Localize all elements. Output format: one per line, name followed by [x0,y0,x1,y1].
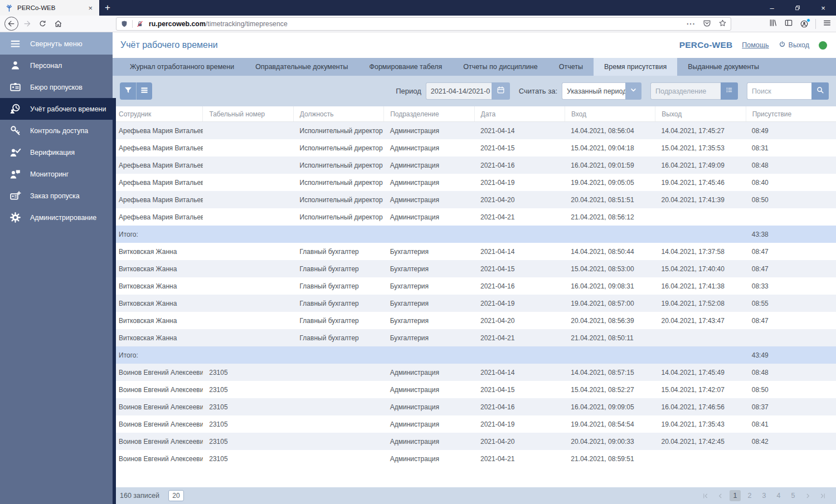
column-header-department[interactable]: Подразделение [384,106,474,121]
cell-employee: Витковская Жанна [113,295,203,312]
total-row[interactable]: Итого:43:49 [113,346,836,364]
column-header-employee[interactable]: Сотрудник [113,106,203,121]
cell-department: Администрация [384,364,474,381]
department-input[interactable] [650,82,721,100]
page-first-icon[interactable] [699,490,711,501]
page-last-icon[interactable] [817,490,829,501]
minimize-icon[interactable]: – [759,0,785,16]
url-text[interactable]: ru.percoweb.com/timetracking/timepresenc… [149,20,288,28]
columns-button[interactable] [136,82,152,100]
table-row[interactable]: Воинов Евгений Алексеевич23105Администра… [113,433,836,450]
column-header-presence[interactable]: Присутствие [746,106,836,121]
pocket-icon[interactable] [703,19,711,29]
table-row[interactable]: Арефьева Мария ВитальевнаИсполнительный … [113,191,836,208]
sidebar-menu: ПерсоналБюро пропусковУчёт рабочего врем… [0,55,113,228]
table-row[interactable]: Воинов Евгений Алексеевич23105Администра… [113,364,836,381]
page-next-icon[interactable] [802,490,814,501]
forward-icon[interactable] [20,17,34,31]
column-header-number[interactable]: Табельный номер [203,106,293,121]
logout-button[interactable]: Выход [779,41,809,50]
table-row[interactable]: Воинов Евгений Алексеевич23105Администра… [113,398,836,415]
sidebar-item[interactable]: Бюро пропусков [0,76,113,98]
home-icon[interactable] [51,17,65,31]
sidebar-item[interactable]: Верификация [0,141,113,163]
url-bar[interactable]: ru.percoweb.com/timetracking/timepresenc… [116,17,731,31]
page-button-5[interactable]: 5 [788,490,799,501]
page-button-4[interactable]: 4 [773,490,784,501]
cell-employee: Арефьева Мария Витальевна [113,139,203,156]
table-row[interactable]: Витковская ЖаннаГлавный бухгалтерБухгалт… [113,260,836,277]
back-icon[interactable] [4,17,18,31]
new-tab-button[interactable]: + [99,0,116,16]
count-for-select[interactable]: Указанный период [562,82,625,100]
search-input[interactable] [747,82,811,100]
sidebar-item[interactable]: Мониторинг [0,163,113,185]
table-row[interactable]: Витковская ЖаннаГлавный бухгалтерБухгалт… [113,329,836,346]
tab[interactable]: Время присутствия [594,58,677,76]
tab-close-icon[interactable]: × [86,4,94,12]
column-header-entry[interactable]: Вход [565,106,655,121]
table-row[interactable]: Арефьева Мария ВитальевнаИсполнительный … [113,156,836,174]
reload-icon[interactable] [36,17,50,31]
cell-exit [655,208,746,226]
department-list-button[interactable] [721,82,738,100]
table-row[interactable]: Воинов Евгений Алексеевич23105Администра… [113,381,836,398]
tab[interactable]: Отчеты по дисциплине [453,58,548,76]
tab[interactable]: Оправдательные документы [245,58,358,76]
column-header-exit[interactable]: Выход [655,106,746,121]
browser-tab[interactable]: PERCo-WEB × [0,0,99,16]
table-row[interactable]: Арефьева Мария ВитальевнаИсполнительный … [113,122,836,139]
count-for-dropdown-button[interactable] [625,82,641,100]
cell-exit: 15.04.2021, 17:42:07 [655,381,746,398]
search-button[interactable] [811,82,829,100]
tracking-protection-shield-icon[interactable] [120,20,128,28]
sidebar-item[interactable]: Контроль доступа [0,120,113,141]
tab[interactable]: Журнал отработанного времени [119,58,245,76]
restore-icon[interactable] [785,0,810,16]
cell-date: 2021-04-15 [474,381,565,398]
table-row[interactable]: Витковская ЖаннаГлавный бухгалтерБухгалт… [113,295,836,312]
sidebar-item[interactable]: Учёт рабочего времени [0,98,113,120]
page-button-3[interactable]: 3 [759,490,770,501]
page-actions-icon[interactable]: ··· [687,19,696,28]
column-header-position[interactable]: Должность [294,106,384,121]
cell-department: Бухгалтерия [384,295,474,312]
account-icon[interactable] [800,19,809,28]
period-input[interactable]: 2021-04-14/2021-0 ... [426,82,492,100]
cell-department: Бухгалтерия [384,243,474,260]
library-icon[interactable] [769,18,777,30]
cell-number [203,346,293,364]
url-actions: ··· [687,19,727,29]
collapse-menu-button[interactable]: Свернуть меню [0,32,113,55]
table-row[interactable]: Воинов Евгений Алексеевич23105Администра… [113,450,836,467]
table-row[interactable]: Витковская ЖаннаГлавный бухгалтерБухгалт… [113,312,836,329]
sidebar-item[interactable]: Администрирование [0,207,113,228]
table-row[interactable]: Арефьева Мария ВитальевнаИсполнительный … [113,174,836,191]
close-icon[interactable]: × [810,0,836,16]
table-row[interactable]: Витковская ЖаннаГлавный бухгалтерБухгалт… [113,277,836,295]
page-button-2[interactable]: 2 [744,490,755,501]
calendar-button[interactable] [492,82,510,100]
bookmark-star-icon[interactable] [718,19,727,29]
menu-icon[interactable] [823,18,832,30]
sidebar-panel-icon[interactable] [784,18,793,30]
filter-button[interactable] [120,82,136,100]
total-row[interactable]: Итого:43:38 [113,226,836,243]
insecure-lock-icon[interactable] [136,20,144,28]
table-row[interactable]: Арефьева Мария ВитальевнаИсполнительный … [113,139,836,156]
tab[interactable]: Отчеты [548,58,594,76]
table-row[interactable]: Воинов Евгений Алексеевич23105Администра… [113,415,836,433]
table-toolbar: Период 2021-04-14/2021-0 ... Считать за:… [113,76,836,106]
page-size-input[interactable]: 20 [168,490,184,501]
help-link[interactable]: Помощь [742,41,769,49]
sidebar-item[interactable]: Персонал [0,55,113,76]
sidebar-item[interactable]: Заказ пропуска [0,185,113,207]
tab[interactable]: Выданные документы [677,58,770,76]
table-row[interactable]: Витковская ЖаннаГлавный бухгалтерБухгалт… [113,243,836,260]
page-button-1[interactable]: 1 [730,490,741,501]
tab[interactable]: Формирование табеля [358,58,453,76]
sidebar: Свернуть меню ПерсоналБюро пропусковУчёт… [0,32,113,504]
page-prev-icon[interactable] [715,490,726,501]
table-row[interactable]: Арефьева Мария ВитальевнаИсполнительный … [113,208,836,226]
column-header-date[interactable]: Дата [475,106,565,121]
